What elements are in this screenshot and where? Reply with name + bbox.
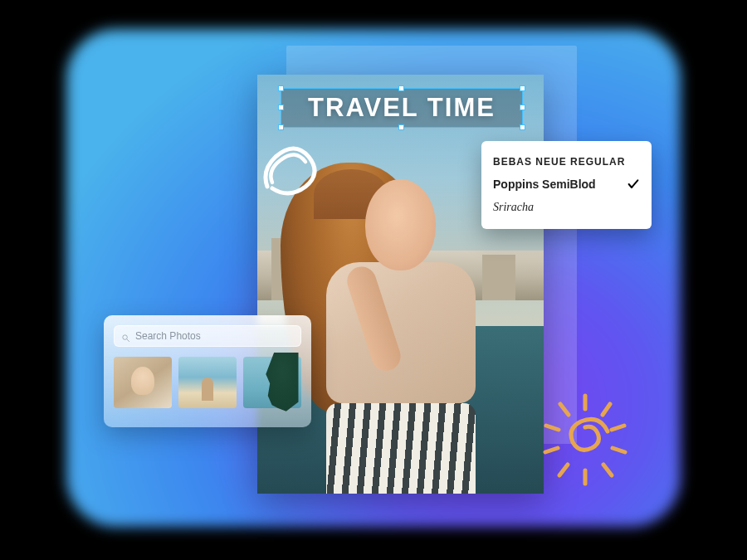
svg-line-10: [546, 426, 559, 430]
svg-line-1: [127, 339, 129, 342]
svg-line-6: [603, 465, 612, 475]
pants: [326, 403, 476, 494]
selection-handle-icon[interactable]: [520, 124, 525, 130]
selection-handle-icon[interactable]: [278, 105, 284, 110]
font-picker-panel: BEBAS NEUE REGULAR Poppins SemiBlod Srir…: [481, 141, 652, 229]
font-option[interactable]: Poppins SemiBlod: [493, 173, 640, 196]
font-option[interactable]: BEBAS NEUE REGULAR: [493, 151, 640, 173]
font-option[interactable]: Sriracha: [493, 196, 640, 219]
search-input[interactable]: [135, 330, 294, 342]
design-canvas[interactable]: [257, 75, 544, 494]
selection-handle-icon[interactable]: [398, 124, 404, 130]
svg-point-0: [123, 335, 128, 340]
checkmark-icon: [627, 178, 640, 191]
headline-text-box[interactable]: TRAVEL TIME: [281, 88, 523, 128]
photo-thumbnail[interactable]: [178, 357, 237, 408]
selection-handle-icon[interactable]: [520, 85, 525, 91]
search-bar[interactable]: [114, 325, 301, 347]
headline-text: TRAVEL TIME: [308, 93, 496, 123]
selection-handle-icon[interactable]: [398, 85, 404, 91]
white-scribble-icon: [257, 145, 324, 199]
font-option-label: Poppins SemiBlod: [493, 178, 596, 191]
selection-handle-icon[interactable]: [520, 105, 525, 110]
head: [365, 179, 436, 270]
photo-thumbnail[interactable]: [243, 357, 301, 408]
selection-handle-icon[interactable]: [278, 124, 284, 130]
svg-line-9: [545, 448, 558, 452]
svg-line-3: [603, 404, 610, 415]
font-option-label: Sriracha: [493, 201, 534, 214]
svg-line-8: [559, 465, 568, 475]
photo-person: [314, 179, 488, 494]
svg-line-11: [560, 404, 569, 415]
svg-line-4: [612, 426, 624, 430]
search-icon: [121, 331, 130, 341]
photo-search-panel: [104, 315, 311, 427]
thumbnail-row: [114, 357, 301, 408]
sun-doodle-icon: [531, 386, 639, 494]
selection-handle-icon[interactable]: [278, 85, 284, 91]
svg-line-5: [613, 448, 625, 452]
photo-thumbnail[interactable]: [114, 357, 172, 408]
font-option-label: BEBAS NEUE REGULAR: [493, 156, 625, 168]
